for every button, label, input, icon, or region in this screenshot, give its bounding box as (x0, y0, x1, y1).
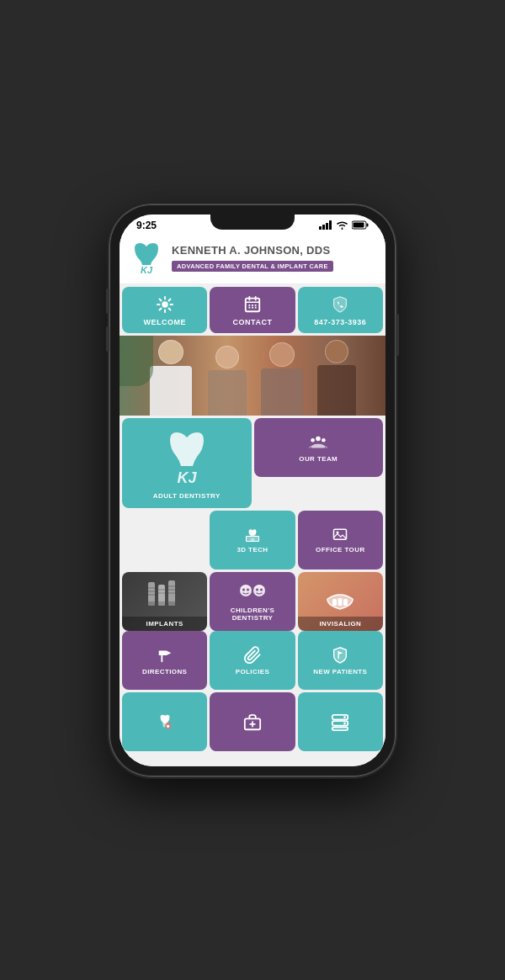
invisalign-label: INVISALIGN (298, 617, 383, 631)
svg-rect-2 (326, 223, 328, 230)
svg-rect-39 (168, 580, 175, 603)
children-dentistry-button[interactable]: CHILDREN'S DENTISTRY (210, 572, 295, 631)
svg-text:KJ: KJ (141, 265, 153, 275)
svg-point-53 (256, 588, 258, 591)
medical-kit-icon (243, 713, 262, 732)
status-time: 9:25 (136, 220, 157, 231)
directions-icon (156, 646, 174, 665)
wifi-icon (336, 220, 348, 230)
doctor-name: KENNETH A. JOHNSON, DDS (172, 244, 377, 257)
phone-icon (331, 295, 349, 314)
svg-point-67 (343, 722, 346, 724)
implants-button[interactable]: IMPLANTS (122, 572, 207, 631)
svg-text:3D: 3D (251, 538, 255, 542)
svg-rect-24 (248, 306, 250, 308)
svg-rect-26 (255, 306, 257, 308)
svg-point-52 (247, 588, 249, 591)
invisalign-button[interactable]: INVISALIGN (298, 572, 383, 631)
tooth-tech-icon: 3D (245, 527, 260, 543)
invisalign-icon (323, 582, 357, 620)
svg-rect-37 (158, 585, 165, 603)
notch (210, 215, 295, 230)
svg-rect-1 (322, 225, 325, 230)
svg-rect-21 (248, 305, 250, 306)
header-subtitle: ADVANCED FAMILY DENTAL & IMPLANT CARE (172, 261, 333, 272)
office-tour-button[interactable]: OFFICE TOUR (298, 511, 383, 569)
svg-rect-35 (148, 582, 155, 603)
svg-rect-65 (332, 727, 348, 730)
svg-rect-56 (338, 598, 343, 606)
new-patients-label: NEW PATIENTS (313, 668, 367, 675)
welcome-label: WELCOME (143, 318, 186, 326)
battery-icon (352, 220, 369, 230)
team-icon (309, 433, 327, 452)
signal-icon (319, 220, 332, 230)
app-header: KJ KENNETH A. JOHNSON, DDS ADVANCED FAMI… (120, 233, 385, 284)
volume-down-button (106, 326, 109, 352)
svg-text:KJ: KJ (177, 469, 197, 486)
paperclip-icon (243, 646, 262, 665)
children-icon (237, 583, 268, 603)
svg-rect-55 (332, 599, 337, 606)
svg-point-28 (316, 437, 322, 442)
action-buttons-row: WELCOME CO (120, 284, 385, 336)
flag-icon (331, 646, 349, 665)
tooth-kj-icon: KJ (162, 428, 212, 487)
directions-button[interactable]: DIRECTIONS (122, 631, 207, 690)
sun-icon (156, 295, 174, 314)
directions-label: DIRECTIONS (142, 668, 187, 675)
welcome-button[interactable]: WELCOME (122, 287, 207, 333)
adult-dentistry-button[interactable]: KJ ADULT DENTISTRY (122, 418, 252, 508)
svg-point-30 (322, 438, 326, 442)
power-button (396, 314, 399, 356)
our-team-label: OUR TEAM (299, 455, 338, 463)
volume-up-button (106, 289, 109, 314)
bottom-last-grid (120, 692, 385, 754)
svg-point-66 (343, 716, 346, 718)
svg-point-51 (242, 588, 245, 591)
svg-rect-33 (334, 529, 347, 539)
tooth-heart-button[interactable] (122, 692, 207, 751)
phone-screen: 9:25 (120, 215, 385, 766)
children-dentistry-label: CHILDREN'S DENTISTRY (213, 607, 291, 622)
new-patients-button[interactable]: NEW PATIENTS (298, 631, 383, 690)
screen-content[interactable]: KJ KENNETH A. JOHNSON, DDS ADVANCED FAMI… (120, 233, 385, 766)
adult-dentistry-label: ADULT DENTISTRY (153, 492, 221, 500)
tech-3d-label: 3D TECH (237, 546, 268, 554)
server-button[interactable] (298, 692, 383, 751)
phone-frame: 9:25 (109, 204, 396, 776)
server-icon (331, 713, 349, 732)
calendar-icon (243, 295, 262, 314)
phone-label: 847-373-3936 (314, 318, 366, 326)
svg-rect-5 (367, 224, 369, 227)
image-icon (332, 527, 348, 543)
svg-rect-22 (252, 305, 253, 306)
svg-line-16 (159, 308, 161, 310)
tooth-heart-icon (156, 713, 174, 732)
svg-point-29 (311, 438, 316, 442)
bottom-grid: DIRECTIONS POLICIES (120, 631, 385, 692)
svg-rect-38 (158, 601, 165, 606)
policies-label: POLICIES (236, 668, 270, 675)
svg-rect-25 (252, 306, 253, 308)
svg-rect-6 (354, 223, 364, 228)
office-tour-label: OFFICE TOUR (316, 546, 364, 554)
svg-rect-23 (255, 305, 257, 306)
implants-label: IMPLANTS (122, 617, 207, 631)
header-text: KENNETH A. JOHNSON, DDS ADVANCED FAMILY … (172, 244, 377, 273)
contact-label: CONTACT (233, 318, 273, 326)
medical-kit-button[interactable] (210, 692, 295, 751)
svg-rect-3 (329, 220, 332, 230)
svg-line-15 (168, 299, 170, 300)
our-team-button[interactable]: OUR TEAM (254, 418, 384, 477)
svg-rect-57 (343, 599, 348, 606)
svg-line-14 (168, 308, 170, 310)
svg-rect-36 (148, 601, 155, 606)
team-photo (120, 336, 385, 416)
contact-button[interactable]: CONTACT (210, 287, 295, 333)
svg-point-54 (260, 588, 263, 591)
tech-3d-button[interactable]: 3D 3D TECH (210, 511, 295, 569)
phone-button[interactable]: 847-373-3936 (298, 287, 383, 333)
status-icons (319, 220, 369, 230)
policies-button[interactable]: POLICIES (210, 631, 295, 690)
